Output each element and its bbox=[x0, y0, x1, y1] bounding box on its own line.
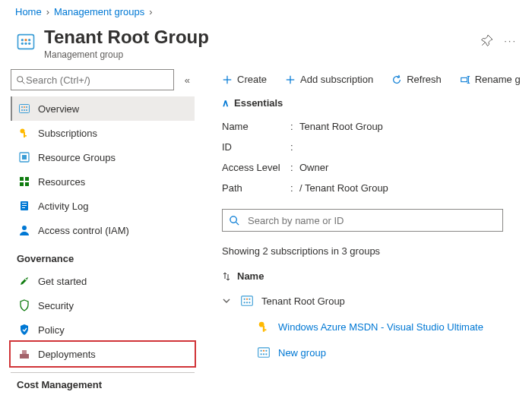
nav-label: Overview bbox=[38, 103, 79, 115]
essentials-row-path: Path: / Tenant Root Group bbox=[222, 178, 532, 198]
filter-input[interactable] bbox=[240, 215, 496, 226]
svg-point-7 bbox=[17, 76, 23, 81]
svg-point-13 bbox=[21, 109, 23, 111]
rocket-icon bbox=[18, 275, 30, 287]
field-value: Tenant Root Group bbox=[299, 121, 383, 132]
nav-label: Activity Log bbox=[38, 201, 88, 212]
create-button[interactable]: Create bbox=[222, 74, 267, 85]
svg-rect-27 bbox=[22, 205, 27, 206]
page-title: Tenant Root Group bbox=[44, 27, 209, 48]
nav-label: Resource Groups bbox=[38, 152, 116, 163]
breadcrumb-management-groups[interactable]: Management groups bbox=[54, 6, 144, 17]
nav-overview[interactable]: Overview bbox=[11, 96, 195, 121]
svg-rect-26 bbox=[22, 203, 27, 204]
resource-group-icon bbox=[18, 151, 30, 163]
sort-icon bbox=[222, 272, 231, 281]
svg-point-56 bbox=[265, 350, 267, 352]
page-subtitle: Management group bbox=[44, 49, 209, 60]
svg-point-29 bbox=[22, 226, 27, 230]
svg-point-3 bbox=[28, 39, 30, 41]
svg-point-41 bbox=[230, 216, 236, 222]
group-link[interactable]: New group bbox=[278, 347, 326, 359]
field-label: Access Level bbox=[222, 162, 290, 173]
nav-get-started[interactable]: Get started bbox=[11, 269, 195, 293]
svg-point-6 bbox=[28, 43, 30, 45]
svg-point-44 bbox=[244, 299, 245, 300]
collapse-sidebar-button[interactable]: « bbox=[180, 74, 195, 86]
essentials-row-name: Name: Tenant Root Group bbox=[222, 116, 532, 137]
sidebar-search[interactable] bbox=[11, 69, 174, 90]
grid-icon bbox=[18, 175, 30, 188]
svg-rect-0 bbox=[18, 35, 34, 49]
log-icon bbox=[18, 200, 30, 212]
nav-deployments[interactable]: Deployments bbox=[11, 342, 195, 366]
svg-rect-52 bbox=[263, 329, 267, 330]
svg-point-15 bbox=[26, 109, 27, 111]
svg-point-14 bbox=[24, 109, 25, 111]
nav-policy[interactable]: Policy bbox=[11, 317, 195, 342]
nav-label: Resources bbox=[38, 176, 85, 188]
svg-point-58 bbox=[263, 353, 264, 355]
management-group-icon bbox=[18, 103, 30, 115]
svg-rect-43 bbox=[242, 296, 253, 305]
nav-resource-groups[interactable]: Resource Groups bbox=[11, 145, 195, 169]
tree-row-subscription[interactable]: Windows Azure MSDN - Visual Studio Ultim… bbox=[222, 314, 532, 340]
svg-point-45 bbox=[246, 299, 248, 300]
chevron-down-icon[interactable] bbox=[222, 296, 233, 305]
essentials-label: Essentials bbox=[234, 97, 283, 109]
chevron-right-icon: › bbox=[46, 6, 49, 17]
button-label: Refresh bbox=[407, 74, 442, 85]
svg-rect-37 bbox=[461, 77, 467, 81]
field-label: Path bbox=[222, 182, 290, 194]
tree-row-group[interactable]: New group bbox=[222, 340, 532, 365]
management-group-icon bbox=[240, 294, 254, 308]
person-icon bbox=[18, 224, 30, 236]
nav-activity-log[interactable]: Activity Log bbox=[11, 194, 195, 218]
column-header-name[interactable]: Name bbox=[222, 264, 532, 288]
nav-resources[interactable]: Resources bbox=[11, 169, 195, 194]
add-subscription-button[interactable]: Add subscription bbox=[285, 74, 373, 85]
subscription-link[interactable]: Windows Azure MSDN - Visual Studio Ultim… bbox=[278, 321, 483, 333]
svg-rect-18 bbox=[24, 135, 27, 137]
svg-point-54 bbox=[261, 350, 262, 352]
svg-rect-22 bbox=[25, 177, 29, 181]
nav-subscriptions[interactable]: Subscriptions bbox=[11, 121, 195, 145]
nav-security[interactable]: Security bbox=[11, 293, 195, 317]
nav-label: Access control (IAM) bbox=[38, 225, 129, 236]
svg-rect-28 bbox=[22, 207, 25, 208]
svg-point-48 bbox=[246, 302, 248, 303]
field-label: Name bbox=[222, 121, 290, 132]
column-label: Name bbox=[237, 270, 264, 282]
svg-point-59 bbox=[265, 353, 267, 355]
essentials-row-access: Access Level: Owner bbox=[222, 157, 532, 178]
svg-rect-53 bbox=[258, 348, 270, 357]
tree-item-label: Tenant Root Group bbox=[261, 295, 345, 307]
button-label: Rename g bbox=[475, 74, 521, 85]
deployments-icon bbox=[18, 348, 30, 360]
sidebar-search-input[interactable] bbox=[26, 74, 169, 86]
chevron-up-icon: ∧ bbox=[222, 97, 230, 109]
svg-line-8 bbox=[22, 81, 24, 84]
tree-row-root[interactable]: Tenant Root Group bbox=[222, 288, 532, 314]
management-group-icon bbox=[15, 31, 36, 52]
svg-rect-24 bbox=[25, 182, 29, 186]
rename-button[interactable]: Rename g bbox=[460, 74, 521, 85]
nav-access-control[interactable]: Access control (IAM) bbox=[11, 218, 195, 242]
svg-rect-51 bbox=[263, 326, 264, 332]
filter-search[interactable] bbox=[222, 209, 503, 232]
refresh-button[interactable]: Refresh bbox=[391, 74, 442, 85]
key-icon bbox=[257, 320, 271, 333]
svg-rect-31 bbox=[20, 354, 29, 359]
svg-rect-21 bbox=[20, 177, 24, 181]
nav-header-governance: Governance bbox=[11, 242, 195, 269]
page-header: Tenant Root Group Management group ··· bbox=[0, 24, 532, 69]
pin-icon[interactable] bbox=[481, 34, 493, 46]
more-icon[interactable]: ··· bbox=[504, 35, 517, 46]
button-label: Add subscription bbox=[300, 74, 373, 85]
nav-label: Security bbox=[38, 300, 74, 311]
breadcrumb-home[interactable]: Home bbox=[15, 6, 42, 17]
essentials-toggle[interactable]: ∧ Essentials bbox=[222, 94, 532, 116]
svg-point-2 bbox=[24, 39, 27, 41]
nav-label: Get started bbox=[38, 276, 87, 287]
search-icon bbox=[16, 75, 26, 85]
